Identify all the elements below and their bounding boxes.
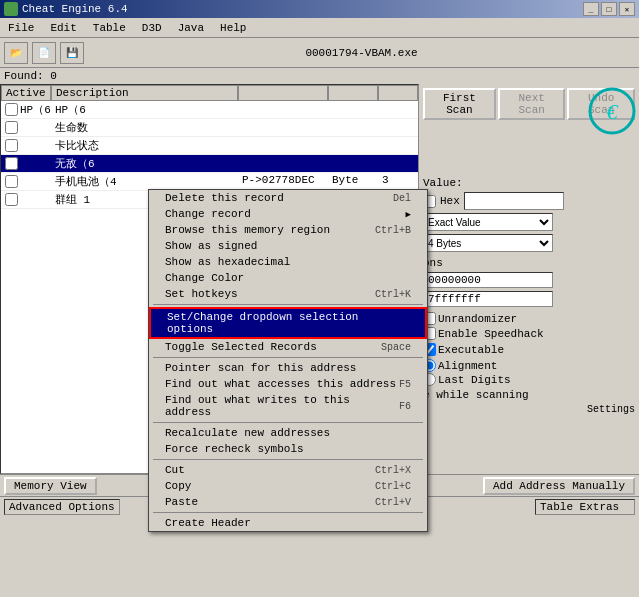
row-type-0 (328, 101, 378, 118)
title-bar: Cheat Engine 6.4 _ □ ✕ (0, 0, 639, 18)
ctx-separator-4 (153, 459, 423, 460)
window-title: Cheat Engine 6.4 (22, 3, 128, 15)
row-active-checkbox[interactable] (5, 157, 18, 170)
menu-help[interactable]: Help (216, 21, 250, 35)
hex-label: Hex (440, 195, 460, 207)
table-row[interactable]: HP（6 HP（6 (1, 101, 418, 119)
row-active-checkbox[interactable] (5, 103, 18, 116)
save-button[interactable]: 💾 (60, 42, 84, 64)
minimize-button[interactable]: _ (583, 2, 599, 16)
app-icon (4, 2, 18, 16)
table-row-selected[interactable]: 无敌（6 (1, 155, 418, 173)
window-controls[interactable]: _ □ ✕ (583, 2, 635, 16)
ctx-find-accesses[interactable]: Find out what accesses this address F5 (149, 376, 427, 392)
row-active-checkbox[interactable] (5, 193, 18, 206)
header-value (378, 85, 418, 101)
process-title: 00001794-VBAM.exe (88, 47, 635, 59)
header-address (238, 85, 328, 101)
row-desc-4: 手机电池（4 (51, 173, 238, 190)
found-count: Found: 0 (4, 70, 57, 82)
speedhack-label: Enable Speedhack (438, 328, 544, 340)
table-header: Active Description (1, 85, 418, 101)
close-button[interactable]: ✕ (619, 2, 635, 16)
ctx-copy[interactable]: Copy Ctrl+C (149, 478, 427, 494)
row-type-2 (328, 137, 378, 154)
svg-text:€: € (607, 99, 619, 124)
row-addr-2 (238, 137, 328, 154)
executable-row: Executable (423, 343, 635, 356)
maximize-button[interactable]: □ (601, 2, 617, 16)
menu-d3d[interactable]: D3D (138, 21, 166, 35)
context-menu: Delete this record Del Change record ▶ B… (148, 189, 428, 532)
row-type-4: Byte (328, 173, 378, 190)
row-addr-4: P->02778DEC (238, 173, 328, 190)
unrandomizer-label: Unrandomizer (438, 313, 517, 325)
table-row[interactable]: 生命数 (1, 119, 418, 137)
ctx-find-writes[interactable]: Find out what writes to this address F6 (149, 392, 427, 420)
last-digits-label: Last Digits (438, 374, 511, 386)
row-desc-2: 卡比状态 (51, 137, 238, 154)
ctx-create-header[interactable]: Create Header (149, 515, 427, 531)
ctx-recheck-symbols[interactable]: Force recheck symbols (149, 441, 427, 457)
row-val-4: 3 (378, 173, 418, 190)
menu-file[interactable]: File (4, 21, 38, 35)
hex-display-2: 7fffffff (423, 291, 553, 307)
row-description-0: HP（6 (20, 102, 51, 117)
add-address-button[interactable]: Add Address Manually (483, 477, 635, 495)
scan-type-dropdown[interactable]: Exact Value (423, 213, 553, 231)
header-active: Active (1, 85, 51, 101)
hex-display-1: 00000000 (423, 272, 553, 288)
row-desc-3: 无敌（6 (51, 155, 238, 172)
ctx-set-dropdown[interactable]: Set/Change dropdown selection options (149, 307, 427, 339)
row-val-1 (378, 119, 418, 136)
menu-table[interactable]: Table (89, 21, 130, 35)
toolbar: 📂 📄 💾 00001794-VBAM.exe (0, 38, 639, 68)
ctx-set-hotkeys[interactable]: Set hotkeys Ctrl+K (149, 286, 427, 302)
memory-view-button[interactable]: Memory View (4, 477, 97, 495)
found-bar: Found: 0 (0, 68, 639, 84)
value-label: Value: (423, 177, 463, 189)
ctx-change-color[interactable]: Change Color (149, 270, 427, 286)
value-type-dropdown[interactable]: 4 Bytes (423, 234, 553, 252)
ctx-separator-2 (153, 357, 423, 358)
ctx-separator-5 (153, 512, 423, 513)
first-scan-button[interactable]: First Scan (423, 88, 496, 120)
ctx-change-record[interactable]: Change record ▶ (149, 206, 427, 222)
ctx-show-signed[interactable]: Show as signed (149, 238, 427, 254)
value-input[interactable] (464, 192, 564, 210)
row-active-checkbox[interactable] (5, 175, 18, 188)
ctx-browse-memory[interactable]: Browse this memory region Ctrl+B (149, 222, 427, 238)
table-row[interactable]: 卡比状态 (1, 137, 418, 155)
ctx-toggle-records[interactable]: Toggle Selected Records Space (149, 339, 427, 355)
ctx-cut[interactable]: Cut Ctrl+X (149, 462, 427, 478)
scan-panel: First Scan Next Scan Undo Scan € Value: … (419, 84, 639, 474)
options-checkboxes: Unrandomizer Enable Speedhack (423, 312, 635, 340)
status-advanced-options[interactable]: Advanced Options (4, 499, 120, 515)
menu-java[interactable]: Java (174, 21, 208, 35)
ctx-paste[interactable]: Paste Ctrl+V (149, 494, 427, 510)
open-button[interactable]: 📂 (4, 42, 28, 64)
row-addr-0 (238, 101, 328, 118)
ctx-show-hex[interactable]: Show as hexadecimal (149, 254, 427, 270)
header-description: Description (51, 85, 238, 101)
hex-row: Hex (423, 192, 635, 210)
ctx-delete-record[interactable]: Delete this record Del (149, 190, 427, 206)
alignment-label: Alignment (438, 360, 497, 372)
row-addr-1 (238, 119, 328, 136)
row-active-checkbox[interactable] (5, 139, 18, 152)
ctx-pointer-scan[interactable]: Pointer scan for this address (149, 360, 427, 376)
row-desc-1: 生命数 (51, 119, 238, 136)
executable-label: Executable (438, 344, 504, 356)
new-button[interactable]: 📄 (32, 42, 56, 64)
row-val-3 (378, 155, 418, 172)
row-type-1 (328, 119, 378, 136)
ctx-recalculate[interactable]: Recalculate new addresses (149, 425, 427, 441)
row-addr-3 (238, 155, 328, 172)
status-table-extras[interactable]: Table Extras (535, 499, 635, 515)
next-scan-button[interactable]: Next Scan (498, 88, 566, 120)
row-active-checkbox[interactable] (5, 121, 18, 134)
header-type (328, 85, 378, 101)
menu-edit[interactable]: Edit (46, 21, 80, 35)
while-scanning: e while scanning (423, 389, 635, 401)
row-val-2 (378, 137, 418, 154)
